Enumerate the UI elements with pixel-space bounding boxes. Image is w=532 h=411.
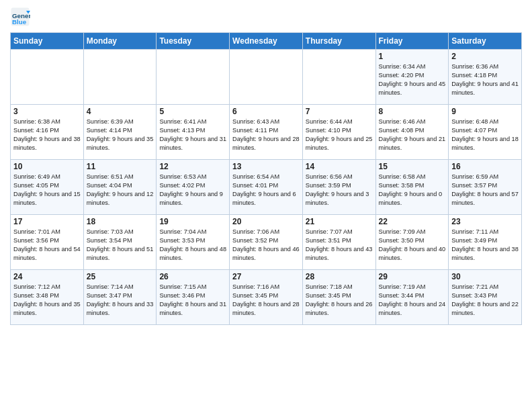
- day-info: Sunrise: 7:19 AM Sunset: 3:44 PM Dayligh…: [379, 283, 446, 318]
- logo: General Blue: [10, 7, 32, 27]
- calendar-cell: 17Sunrise: 7:01 AM Sunset: 3:56 PM Dayli…: [11, 215, 84, 270]
- day-info: Sunrise: 7:11 AM Sunset: 3:49 PM Dayligh…: [451, 228, 519, 263]
- calendar-week-2: 10Sunrise: 6:49 AM Sunset: 4:05 PM Dayli…: [11, 160, 522, 215]
- day-number: 9: [451, 107, 519, 116]
- day-info: Sunrise: 7:04 AM Sunset: 3:53 PM Dayligh…: [159, 228, 226, 263]
- day-info: Sunrise: 6:38 AM Sunset: 4:16 PM Dayligh…: [13, 118, 81, 152]
- day-number: 25: [87, 272, 154, 281]
- day-number: 16: [451, 162, 519, 171]
- calendar-cell: 16Sunrise: 6:59 AM Sunset: 3:57 PM Dayli…: [449, 160, 522, 215]
- calendar-cell: 26Sunrise: 7:15 AM Sunset: 3:46 PM Dayli…: [157, 270, 230, 325]
- day-info: Sunrise: 6:44 AM Sunset: 4:10 PM Dayligh…: [306, 118, 373, 152]
- day-number: 10: [13, 162, 81, 171]
- day-number: 7: [306, 107, 373, 116]
- day-info: Sunrise: 6:53 AM Sunset: 4:02 PM Dayligh…: [159, 173, 226, 208]
- day-info: Sunrise: 7:16 AM Sunset: 3:45 PM Dayligh…: [232, 283, 300, 318]
- svg-text:Blue: Blue: [12, 18, 27, 26]
- col-header-friday: Friday: [375, 33, 449, 50]
- calendar-cell: 21Sunrise: 7:07 AM Sunset: 3:51 PM Dayli…: [302, 215, 375, 270]
- day-number: 26: [159, 272, 226, 281]
- day-info: Sunrise: 7:03 AM Sunset: 3:54 PM Dayligh…: [87, 228, 154, 263]
- day-number: 27: [232, 272, 300, 281]
- calendar-cell: 15Sunrise: 6:58 AM Sunset: 3:58 PM Dayli…: [375, 160, 449, 215]
- calendar-cell: 12Sunrise: 6:53 AM Sunset: 4:02 PM Dayli…: [157, 160, 230, 215]
- calendar-cell: 30Sunrise: 7:21 AM Sunset: 3:43 PM Dayli…: [449, 270, 522, 325]
- day-info: Sunrise: 7:14 AM Sunset: 3:47 PM Dayligh…: [87, 283, 154, 318]
- calendar-week-4: 24Sunrise: 7:12 AM Sunset: 3:48 PM Dayli…: [11, 270, 522, 325]
- calendar-cell: 3Sunrise: 6:38 AM Sunset: 4:16 PM Daylig…: [11, 105, 84, 160]
- day-number: 11: [87, 162, 154, 171]
- day-number: 21: [306, 217, 373, 226]
- calendar-cell: 2Sunrise: 6:36 AM Sunset: 4:18 PM Daylig…: [449, 50, 522, 105]
- calendar-cell: 29Sunrise: 7:19 AM Sunset: 3:44 PM Dayli…: [375, 270, 449, 325]
- calendar-cell: 22Sunrise: 7:09 AM Sunset: 3:50 PM Dayli…: [375, 215, 449, 270]
- col-header-thursday: Thursday: [302, 33, 375, 50]
- day-info: Sunrise: 7:09 AM Sunset: 3:50 PM Dayligh…: [379, 228, 446, 263]
- day-info: Sunrise: 7:21 AM Sunset: 3:43 PM Dayligh…: [451, 283, 519, 318]
- day-info: Sunrise: 7:07 AM Sunset: 3:51 PM Dayligh…: [306, 228, 373, 263]
- calendar-week-1: 3Sunrise: 6:38 AM Sunset: 4:16 PM Daylig…: [11, 105, 522, 160]
- calendar-cell: 7Sunrise: 6:44 AM Sunset: 4:10 PM Daylig…: [302, 105, 375, 160]
- calendar-cell: [230, 50, 303, 105]
- calendar-cell: 19Sunrise: 7:04 AM Sunset: 3:53 PM Dayli…: [157, 215, 230, 270]
- calendar-cell: 9Sunrise: 6:48 AM Sunset: 4:07 PM Daylig…: [449, 105, 522, 160]
- calendar-cell: 11Sunrise: 6:51 AM Sunset: 4:04 PM Dayli…: [83, 160, 157, 215]
- calendar-cell: 28Sunrise: 7:18 AM Sunset: 3:45 PM Dayli…: [302, 270, 375, 325]
- day-number: 3: [13, 107, 81, 116]
- day-info: Sunrise: 6:54 AM Sunset: 4:01 PM Dayligh…: [232, 173, 300, 208]
- day-info: Sunrise: 7:15 AM Sunset: 3:46 PM Dayligh…: [159, 283, 226, 318]
- header: General Blue: [10, 7, 522, 27]
- calendar-cell: 20Sunrise: 7:06 AM Sunset: 3:52 PM Dayli…: [230, 215, 303, 270]
- calendar-body: 1Sunrise: 6:34 AM Sunset: 4:20 PM Daylig…: [11, 50, 522, 325]
- day-number: 30: [451, 272, 519, 281]
- day-info: Sunrise: 6:43 AM Sunset: 4:11 PM Dayligh…: [232, 118, 300, 152]
- calendar-cell: 6Sunrise: 6:43 AM Sunset: 4:11 PM Daylig…: [230, 105, 303, 160]
- calendar-cell: 14Sunrise: 6:56 AM Sunset: 3:59 PM Dayli…: [302, 160, 375, 215]
- day-number: 24: [13, 272, 81, 281]
- page-container: General Blue SundayMondayTuesdayWednesda…: [0, 0, 532, 332]
- calendar-cell: 4Sunrise: 6:39 AM Sunset: 4:14 PM Daylig…: [83, 105, 157, 160]
- day-number: 23: [451, 217, 519, 226]
- day-number: 4: [87, 107, 154, 116]
- day-number: 5: [159, 107, 226, 116]
- day-info: Sunrise: 6:58 AM Sunset: 3:58 PM Dayligh…: [379, 173, 446, 208]
- calendar-cell: 13Sunrise: 6:54 AM Sunset: 4:01 PM Dayli…: [230, 160, 303, 215]
- day-info: Sunrise: 6:36 AM Sunset: 4:18 PM Dayligh…: [451, 62, 519, 97]
- col-header-monday: Monday: [83, 33, 157, 50]
- day-info: Sunrise: 6:59 AM Sunset: 3:57 PM Dayligh…: [451, 173, 519, 208]
- day-number: 8: [379, 107, 446, 116]
- calendar-cell: 8Sunrise: 6:46 AM Sunset: 4:08 PM Daylig…: [375, 105, 449, 160]
- day-number: 29: [379, 272, 446, 281]
- day-number: 15: [379, 162, 446, 171]
- col-header-tuesday: Tuesday: [157, 33, 230, 50]
- calendar-cell: [83, 50, 157, 105]
- col-header-saturday: Saturday: [449, 33, 522, 50]
- day-number: 14: [306, 162, 373, 171]
- day-number: 22: [379, 217, 446, 226]
- calendar-cell: 23Sunrise: 7:11 AM Sunset: 3:49 PM Dayli…: [449, 215, 522, 270]
- calendar-cell: 1Sunrise: 6:34 AM Sunset: 4:20 PM Daylig…: [375, 50, 449, 105]
- day-info: Sunrise: 6:49 AM Sunset: 4:05 PM Dayligh…: [13, 173, 81, 208]
- day-info: Sunrise: 7:06 AM Sunset: 3:52 PM Dayligh…: [232, 228, 300, 263]
- day-number: 18: [87, 217, 154, 226]
- day-info: Sunrise: 6:48 AM Sunset: 4:07 PM Dayligh…: [451, 118, 519, 152]
- calendar-cell: [157, 50, 230, 105]
- day-info: Sunrise: 6:34 AM Sunset: 4:20 PM Dayligh…: [379, 62, 446, 97]
- day-info: Sunrise: 6:56 AM Sunset: 3:59 PM Dayligh…: [306, 173, 373, 208]
- logo-icon: General Blue: [10, 7, 30, 27]
- day-number: 19: [159, 217, 226, 226]
- calendar-week-3: 17Sunrise: 7:01 AM Sunset: 3:56 PM Dayli…: [11, 215, 522, 270]
- calendar-table: SundayMondayTuesdayWednesdayThursdayFrid…: [10, 32, 522, 325]
- day-number: 6: [232, 107, 300, 116]
- calendar-week-0: 1Sunrise: 6:34 AM Sunset: 4:20 PM Daylig…: [11, 50, 522, 105]
- calendar-cell: 25Sunrise: 7:14 AM Sunset: 3:47 PM Dayli…: [83, 270, 157, 325]
- calendar-cell: 10Sunrise: 6:49 AM Sunset: 4:05 PM Dayli…: [11, 160, 84, 215]
- calendar-header-row: SundayMondayTuesdayWednesdayThursdayFrid…: [11, 33, 522, 50]
- day-number: 28: [306, 272, 373, 281]
- calendar-cell: 27Sunrise: 7:16 AM Sunset: 3:45 PM Dayli…: [230, 270, 303, 325]
- calendar-cell: [11, 50, 84, 105]
- day-number: 13: [232, 162, 300, 171]
- day-number: 1: [379, 52, 446, 61]
- col-header-sunday: Sunday: [11, 33, 84, 50]
- day-info: Sunrise: 7:01 AM Sunset: 3:56 PM Dayligh…: [13, 228, 81, 263]
